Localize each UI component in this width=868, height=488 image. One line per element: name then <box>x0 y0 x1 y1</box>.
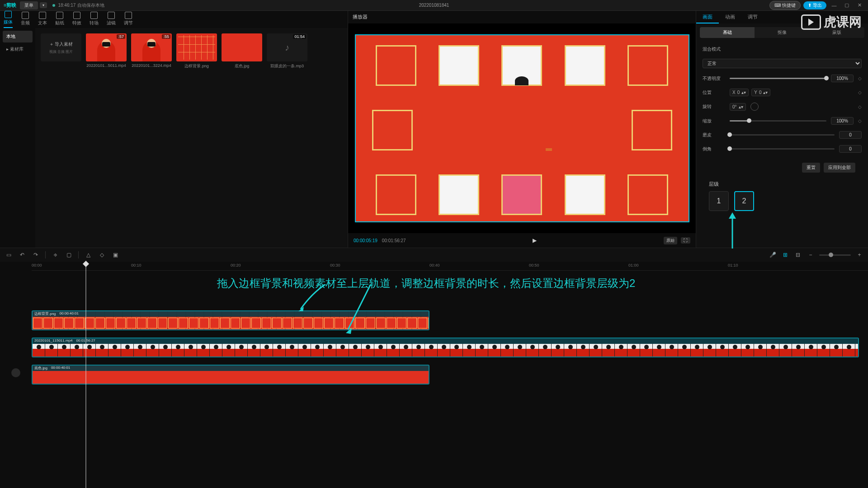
clip-tile[interactable]: :57 20220101...5011.mp4 <box>86 33 127 69</box>
zoom-slider[interactable] <box>819 254 851 256</box>
undo-icon[interactable]: ↶ <box>18 252 26 258</box>
minimize-button[interactable]: — <box>829 3 839 8</box>
video-frame-strip <box>33 344 858 357</box>
track-3: 底色.jpg00:00:40:01 <box>32 365 868 385</box>
titlebar-right: ⌨ 快捷键 ⬆ 导出 — ▢ ✕ <box>769 1 864 10</box>
preview-viewport <box>348 23 696 233</box>
skew-slider[interactable] <box>730 134 835 136</box>
menu-dropdown-icon[interactable]: ▾ <box>40 2 47 8</box>
clip-tile[interactable]: ♪01:54 双眼皮的一条.mp3 <box>267 33 307 69</box>
pos-y-input[interactable]: Y0▴▾ <box>751 89 770 96</box>
grid-cell <box>632 110 672 150</box>
properties-panel: 画面 动画 调节 基础 抠像 蒙版 混合模式 正常 不透明度 100% ◇ 位置 <box>696 11 868 248</box>
annotation-text: 拖入边框背景和视频素材至上层轨道，调整边框背景的时长，然后设置边框背景层级为2 <box>217 276 635 291</box>
sidebar-local[interactable]: 本地 <box>3 31 33 42</box>
grid-cell <box>501 45 542 86</box>
skew-value[interactable]: 0 <box>839 131 862 139</box>
prop-rotation: 旋转 0°▴▾ ◇ <box>703 103 862 111</box>
pointer-tool-icon[interactable]: ▭ <box>5 252 13 258</box>
clip-thumb: :57 <box>86 33 127 61</box>
zoom-in-icon[interactable]: + <box>855 252 863 258</box>
subtab-basic[interactable]: 基础 <box>700 27 755 38</box>
autosave-indicator-icon <box>52 4 55 7</box>
grid-cell <box>627 174 668 215</box>
tab-adjust[interactable]: 调节 <box>124 12 133 28</box>
tab-effect[interactable]: 特效 <box>72 12 81 28</box>
tab-text[interactable]: 文本 <box>38 12 47 28</box>
crop-icon[interactable]: ▣ <box>111 252 119 258</box>
round-slider[interactable] <box>730 148 835 150</box>
transition-icon <box>90 12 98 19</box>
clip-tile[interactable]: :55 20220101...3224.mp4 <box>131 33 172 69</box>
ratio-button[interactable]: 原始 <box>664 237 677 244</box>
sidebar-library[interactable]: ▸ 素材库 <box>3 43 33 55</box>
text-icon <box>39 12 46 19</box>
play-button[interactable]: ▶ <box>533 237 537 244</box>
pos-x-input[interactable]: X0▴▾ <box>730 89 749 96</box>
layer-label: 层级 <box>709 181 719 187</box>
opacity-value[interactable]: 100% <box>831 75 854 82</box>
track-toggle[interactable] <box>5 368 27 377</box>
layer-1-button[interactable]: 1 <box>709 191 729 211</box>
clip-tile[interactable]: 边框背景.png <box>176 33 217 69</box>
preview-canvas[interactable] <box>355 34 689 222</box>
time-total: 00:01:56:27 <box>382 238 406 243</box>
track-1: 边框背景.png00:00:40:01 <box>32 310 868 330</box>
mirror-icon[interactable]: △ <box>84 252 92 258</box>
scale-value[interactable]: 100% <box>831 117 854 125</box>
media-panel: 媒体 音频 文本 贴纸 特效 转场 滤镜 调节 本地 ▸ 素材库 ＋ 导入素材 … <box>0 11 348 248</box>
close-button[interactable]: ✕ <box>854 2 864 8</box>
fullscreen-button[interactable]: ⛶ <box>681 237 690 244</box>
magnet-icon[interactable]: ⊞ <box>781 252 789 258</box>
maximize-button[interactable]: ▢ <box>842 2 852 8</box>
opacity-reset-icon[interactable]: ◇ <box>858 76 862 81</box>
sticker-icon <box>56 12 63 19</box>
export-button[interactable]: ⬆ 导出 <box>803 1 826 9</box>
opacity-slider[interactable] <box>730 78 826 79</box>
apply-all-button[interactable]: 应用到全部 <box>824 163 855 173</box>
tab-sticker[interactable]: 贴纸 <box>55 12 64 28</box>
blend-select[interactable]: 正常 <box>703 59 862 68</box>
rotation-input[interactable]: 0°▴▾ <box>730 103 746 111</box>
position-reset-icon[interactable]: ◇ <box>858 90 862 95</box>
rotation-dial-icon[interactable] <box>750 103 759 111</box>
link-icon[interactable]: ⊟ <box>794 252 802 258</box>
tab-media[interactable]: 媒体 <box>4 11 13 28</box>
rotate-icon[interactable]: ◇ <box>98 252 106 258</box>
clip-video[interactable]: 20220101_115011.mp400:01:56:27 <box>32 338 859 357</box>
rotation-reset-icon[interactable]: ◇ <box>858 104 862 109</box>
round-value[interactable]: 0 <box>839 145 862 153</box>
scale-reset-icon[interactable]: ◇ <box>858 118 862 123</box>
reset-button[interactable]: 重置 <box>802 163 820 173</box>
zoom-out-icon[interactable]: − <box>807 252 815 258</box>
clip-tile[interactable]: 底色.jpg <box>222 33 262 69</box>
props-tab-animation[interactable]: 动画 <box>719 11 741 23</box>
autosave-time: 18:46:17 <box>58 3 75 8</box>
clip-solid-bg[interactable]: 底色.jpg00:00:40:01 <box>32 365 429 385</box>
tab-transition[interactable]: 转场 <box>90 12 99 28</box>
svg-marker-2 <box>729 212 736 219</box>
mic-icon[interactable]: 🎤 <box>769 252 777 258</box>
split-icon[interactable]: ⎆ <box>51 252 59 258</box>
shortcuts-button[interactable]: ⌨ 快捷键 <box>769 1 801 10</box>
tab-filter[interactable]: 滤镜 <box>107 12 116 28</box>
clip-thumb <box>176 33 217 61</box>
props-tab-adjust[interactable]: 调节 <box>741 11 764 23</box>
preview-title: 播放器 <box>348 11 696 23</box>
tab-audio[interactable]: 音频 <box>21 12 30 28</box>
import-button[interactable]: ＋ 导入素材 视频 音频 图片 <box>41 33 81 61</box>
watermark-icon <box>801 14 821 30</box>
grid-cell <box>501 174 542 215</box>
time-current: 00:00:05:19 <box>354 238 377 243</box>
scale-slider[interactable] <box>730 120 826 122</box>
watermark: 虎课网 <box>801 14 862 31</box>
grid-cell <box>627 45 668 86</box>
delete-icon[interactable]: ▢ <box>65 252 73 258</box>
redo-icon[interactable]: ↷ <box>32 252 40 258</box>
timeline-tracks: 拖入边框背景和视频素材至上层轨道，调整边框背景的时长，然后设置边框背景层级为2 … <box>0 271 868 488</box>
timeline-ruler[interactable]: 00:00 00:10 00:20 00:30 00:40 00:50 01:0… <box>32 262 868 271</box>
props-tab-picture[interactable]: 画面 <box>696 11 719 23</box>
layer-2-button[interactable]: 2 <box>734 191 754 211</box>
menu-button[interactable]: 菜单 <box>20 1 38 9</box>
layer-section: 层级 1 2 <box>703 176 862 216</box>
